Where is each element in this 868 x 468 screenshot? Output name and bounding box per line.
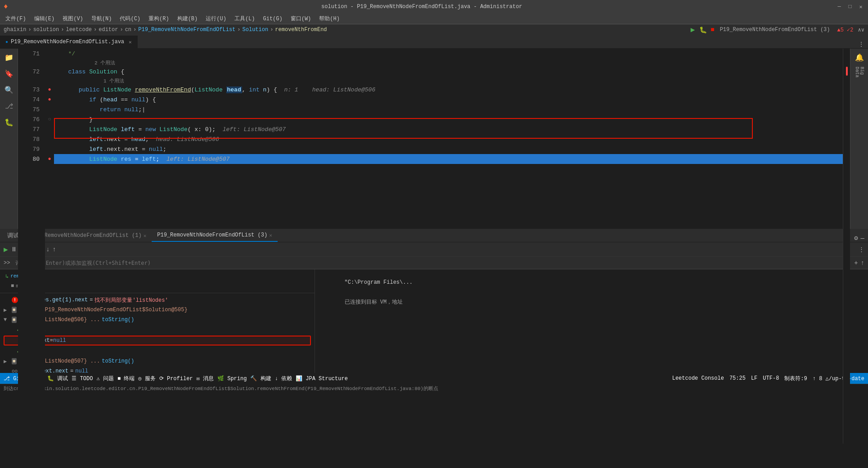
code-line-75: return null;|: [54, 105, 843, 114]
var-icon-box-head: ■: [12, 317, 17, 323]
debug-settings-icon[interactable]: ⚙: [854, 234, 858, 242]
menu-view[interactable]: 视图(V): [59, 14, 87, 23]
expand-icon[interactable]: ∧∨: [858, 27, 864, 33]
editor-tab-bar: ● P19_RemoveNthNodeFromEndOfList.java ✕ …: [0, 35, 868, 49]
close-button[interactable]: ✕: [857, 3, 864, 10]
code-line-80: ListNode res = left; left: ListNode@507: [54, 154, 843, 164]
stop-button[interactable]: ■: [711, 26, 714, 33]
code-line-hint1: 2 个用法: [54, 59, 843, 67]
menu-refactor[interactable]: 重构(R): [145, 14, 173, 23]
right-sidebar-notifications[interactable]: 🔔: [852, 50, 867, 65]
minimize-button[interactable]: —: [836, 3, 843, 10]
breadcrumb-ghaixin[interactable]: ghaixin: [4, 27, 26, 33]
var-icon-box-left: ■: [12, 358, 17, 364]
debug-toolbar-icon-pause[interactable]: ⏸: [11, 246, 17, 253]
error-count: ▲5 ✓2: [837, 27, 854, 33]
breakpoint-73[interactable]: ●: [48, 86, 51, 93]
app-logo: ♦: [4, 3, 8, 11]
editor-with-sidebar: 📁 🔖 🔍 ⎇ 🐛 71 72 73 74 75 76 77 78 79 80: [0, 49, 868, 229]
debug-close-icon[interactable]: —: [861, 235, 864, 242]
title-bar-left: ♦: [4, 3, 8, 11]
breakpoint-76[interactable]: ○: [48, 116, 51, 123]
run-button[interactable]: ▶: [691, 25, 695, 34]
breadcrumb-solution-class[interactable]: Solution: [243, 27, 269, 33]
code-line-76: }: [54, 114, 843, 124]
right-sidebar-bigdata[interactable]: Big Data: [852, 67, 867, 81]
left-sidebar: 📁 🔖 🔍 ⎇ 🐛: [0, 49, 18, 229]
debug-button[interactable]: 🐛: [699, 26, 707, 34]
menu-tools[interactable]: 工具(L): [231, 14, 259, 23]
error-marker: [846, 67, 848, 76]
code-line-78: left.next = head; head: ListNode@506: [54, 134, 843, 144]
menu-run[interactable]: 运行(U): [202, 14, 230, 23]
code-line-73: public ListNode removeNthFromEnd(ListNod…: [54, 85, 843, 95]
tab-p19[interactable]: ● P19_RemoveNthNodeFromEndOfList.java ✕: [0, 36, 138, 48]
sidebar-debug-icon[interactable]: 🐛: [2, 115, 16, 130]
run-config-label: P19_RemoveNthNodeFromEndOfList (3): [720, 27, 830, 33]
tab-label: P19_RemoveNthNodeFromEndOfList.java: [11, 39, 124, 45]
eval-arrow-up[interactable]: ↑: [861, 259, 864, 267]
code-line-hint2: 1 个用法: [54, 77, 843, 85]
breadcrumb-cn[interactable]: cn: [125, 27, 131, 33]
eval-add-icon[interactable]: +: [854, 259, 858, 267]
window-title: solution - P19_RemoveNthNodeFromEndOfLis…: [8, 4, 836, 10]
code-area[interactable]: */ 2 个用法 class Solution { 1 个用法 public L…: [54, 49, 843, 444]
sidebar-bookmarks-icon[interactable]: 🔖: [2, 67, 16, 81]
breadcrumb-p19[interactable]: P19_RemoveNthNodeFromEndOfList: [138, 27, 235, 33]
breadcrumb-leetcode[interactable]: leetcode: [66, 27, 92, 33]
breadcrumb: ghaixin › solution › leetcode › editor ›…: [0, 24, 868, 35]
breadcrumb-solution[interactable]: solution: [33, 27, 59, 33]
editor-content: 71 72 73 74 75 76 77 78 79 80 ● ●: [18, 49, 850, 444]
code-line-71: */: [54, 49, 843, 59]
code-line-72: class Solution {: [54, 67, 843, 77]
sidebar-project-icon[interactable]: 📁: [2, 50, 16, 65]
breakpoint-80[interactable]: ●: [48, 156, 51, 162]
menu-file[interactable]: 文件(F): [2, 14, 30, 23]
eval-prefix: >>: [4, 260, 10, 266]
line-numbers: 71 72 73 74 75 76 77 78 79 80: [18, 49, 45, 444]
menu-git[interactable]: Git(G): [259, 15, 286, 23]
menu-bar: 文件(F) 编辑(E) 视图(V) 导航(N) 代码(C) 重构(R) 构建(B…: [0, 14, 868, 24]
gutter: ● ● ○ ●: [45, 49, 54, 444]
var-icon-oo-nextnext: oo: [12, 368, 18, 373]
breadcrumb-editor[interactable]: editor: [99, 27, 118, 33]
menu-code[interactable]: 代码(C): [116, 14, 144, 23]
code-line-79: left.next.next = null;: [54, 144, 843, 154]
sidebar-git-icon[interactable]: ⎇: [2, 99, 16, 114]
sidebar-find-icon[interactable]: 🔍: [2, 83, 16, 97]
maximize-button[interactable]: □: [846, 3, 854, 10]
right-sidebar: 🔔 Big Data: [850, 49, 868, 229]
code-line-74: if (head == null) {: [54, 95, 843, 105]
tab-close-button[interactable]: ✕: [129, 39, 132, 45]
tab-dot: ●: [5, 40, 8, 45]
breadcrumb-method[interactable]: removeNthFromEnd: [275, 27, 327, 33]
var-icon-box-this: ■: [12, 307, 17, 313]
window-controls[interactable]: — □ ✕: [836, 3, 864, 10]
debug-toolbar-icon-step[interactable]: ▶: [4, 245, 8, 254]
title-bar: ♦ solution - P19_RemoveNthNodeFromEndOfL…: [0, 0, 868, 14]
menu-edit[interactable]: 编辑(E): [31, 14, 58, 23]
menu-window[interactable]: 窗口(W): [287, 14, 315, 23]
menu-nav[interactable]: 导航(N): [88, 14, 116, 23]
menu-build[interactable]: 构建(B): [174, 14, 202, 23]
var-icon-error-listnodes: !: [12, 297, 18, 303]
right-gutter: [843, 49, 850, 444]
code-editor: 71 72 73 74 75 76 77 78 79 80 ● ●: [18, 49, 850, 444]
breakpoint-74[interactable]: ●: [48, 96, 51, 103]
menu-help[interactable]: 帮助(H): [315, 14, 343, 23]
debug-more-icon[interactable]: ⋮: [859, 246, 864, 253]
tab-more-icon[interactable]: ⋮: [855, 41, 868, 48]
code-line-77: ListNode left = new ListNode( x: 0); lef…: [54, 124, 843, 134]
